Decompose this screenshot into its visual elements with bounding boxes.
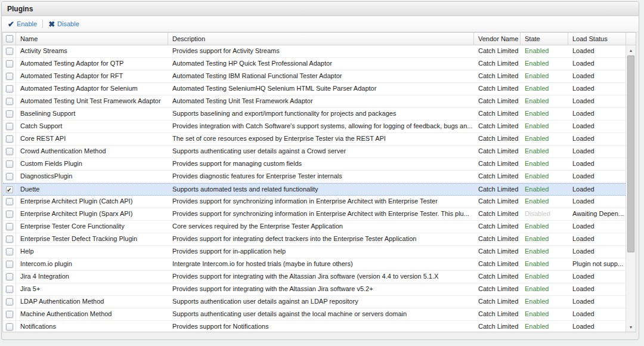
plugin-name: Notifications <box>16 321 168 332</box>
table-row[interactable]: Notifications Provides support for Notif… <box>3 321 626 332</box>
plugin-name: Enterprise Tester Defect Tracking Plugin <box>16 233 168 245</box>
plugin-state: Enabled <box>521 308 568 320</box>
table-row[interactable]: Intercom.io plugin Intergrate Intercom.i… <box>3 258 626 271</box>
row-checkbox[interactable] <box>3 83 16 95</box>
row-checkbox[interactable] <box>3 95 16 107</box>
scroll-down-button[interactable]: ▼ <box>626 322 636 332</box>
checkbox-icon <box>6 211 13 218</box>
plugin-name: Activity Streams <box>16 45 168 57</box>
row-checkbox[interactable] <box>3 321 16 332</box>
checkbox-icon <box>6 273 13 280</box>
table-row[interactable]: Enterprise Tester Core Functionality Cor… <box>3 221 626 233</box>
column-header-state[interactable]: State <box>521 33 568 45</box>
row-checkbox[interactable] <box>3 296 16 308</box>
table-row[interactable]: Activity Streams Provides support for Ac… <box>3 45 626 58</box>
plugin-vendor: Catch Limited <box>474 171 521 183</box>
scrollbar-thumb[interactable] <box>627 55 634 252</box>
plugin-name: Crowd Authentication Method <box>16 146 168 157</box>
row-checkbox[interactable] <box>3 271 16 283</box>
row-checkbox[interactable] <box>3 196 16 208</box>
row-checkbox[interactable] <box>3 58 16 70</box>
table-row[interactable]: Help Provides support for in-application… <box>3 246 626 258</box>
table-row[interactable]: Automated Testing Adaptor for QTP Automa… <box>3 58 626 70</box>
scroll-up-button[interactable]: ▲ <box>626 45 636 55</box>
plugin-name: Duette <box>16 184 168 195</box>
table-row[interactable]: Baselining Support Supports baselining a… <box>3 108 626 121</box>
row-checkbox[interactable] <box>3 283 16 295</box>
plugin-state: Enabled <box>521 45 568 57</box>
row-checkbox[interactable] <box>3 221 16 233</box>
scroll-down-icon: ▼ <box>629 325 633 329</box>
row-checkbox[interactable] <box>3 171 16 183</box>
vertical-scrollbar[interactable]: ▲ ▼ <box>626 45 636 332</box>
table-row[interactable]: Catch Support Provides integration with … <box>3 121 626 133</box>
row-checkbox[interactable] <box>3 121 16 132</box>
enable-button[interactable]: ✔ Enable <box>5 19 40 29</box>
plugin-vendor: Catch Limited <box>474 283 521 295</box>
select-all-checkbox[interactable] <box>3 33 16 45</box>
table-row[interactable]: Custom Fields Plugin Provides support fo… <box>3 158 626 171</box>
plugin-vendor: Catch Limited <box>474 271 521 283</box>
table-row[interactable]: LDAP Authentication Method Supports auth… <box>3 296 626 308</box>
plugin-state: Enabled <box>521 196 568 208</box>
plugin-state: Enabled <box>521 221 568 233</box>
plugin-state: Enabled <box>521 146 568 157</box>
disable-button-label: Disable <box>57 20 79 27</box>
column-header-load-status[interactable]: Load Status <box>568 33 626 45</box>
page-title: Plugins <box>7 5 33 13</box>
row-checkbox[interactable] <box>3 108 16 120</box>
plugin-load-status: Loaded <box>568 233 626 245</box>
table-row[interactable]: Core REST API The set of core resources … <box>3 133 626 146</box>
table-row[interactable]: ✔ Duette Supports automated tests and re… <box>3 183 626 196</box>
column-header-description[interactable]: Description <box>168 33 474 45</box>
row-checkbox[interactable] <box>3 233 16 245</box>
plugin-load-status: Loaded <box>568 146 626 157</box>
plugin-vendor: Catch Limited <box>474 233 521 245</box>
row-checkbox[interactable] <box>3 158 16 170</box>
row-checkbox[interactable] <box>3 146 16 157</box>
table-row[interactable]: Automated Testing Unit Test Framework Ad… <box>3 95 626 108</box>
plugin-state: Enabled <box>521 95 568 107</box>
row-checkbox[interactable] <box>3 70 16 82</box>
checkbox-icon <box>6 35 13 42</box>
table-row[interactable]: Automated Testing Adaptor for RFT Automa… <box>3 70 626 83</box>
plugin-description: The set of core resources exposed by Ent… <box>168 133 474 145</box>
plugin-vendor: Catch Limited <box>474 296 521 308</box>
disable-button[interactable]: ✖ Disable <box>45 19 82 29</box>
row-checkbox[interactable]: ✔ <box>3 184 16 195</box>
plugin-state: Enabled <box>521 121 568 132</box>
row-checkbox[interactable] <box>3 208 16 220</box>
plugin-load-status: Loaded <box>568 83 626 95</box>
plugin-vendor: Catch Limited <box>474 208 521 220</box>
plugin-state: Enabled <box>521 271 568 283</box>
table-row[interactable]: Enterprise Tester Defect Tracking Plugin… <box>3 233 626 246</box>
plugin-load-status: Loaded <box>568 283 626 295</box>
plugin-vendor: Catch Limited <box>474 70 521 82</box>
table-row[interactable]: Jira 4 Integration Provides support for … <box>3 271 626 283</box>
plugin-description: Provides support for integrating with th… <box>168 271 474 283</box>
table-row[interactable]: Crowd Authentication Method Supports aut… <box>3 146 626 158</box>
row-checkbox[interactable] <box>3 246 16 258</box>
table-row[interactable]: Enterprise Architect Plugin (Sparx API) … <box>3 208 626 221</box>
table-row[interactable]: DiagnosticsPlugin Provides diagnostic fe… <box>3 171 626 183</box>
plugin-name: Automated Testing Adaptor for RFT <box>16 70 168 82</box>
checkbox-icon <box>6 198 13 205</box>
plugin-vendor: Catch Limited <box>474 246 521 258</box>
plugin-vendor: Catch Limited <box>474 258 521 270</box>
column-header-name[interactable]: Name <box>16 33 168 45</box>
plugin-name: Jira 4 Integration <box>16 271 168 283</box>
row-checkbox[interactable] <box>3 308 16 320</box>
plugin-description: Provides support for integrating with th… <box>168 283 474 295</box>
toolbar: ✔ Enable ✖ Disable <box>2 16 639 32</box>
table-row[interactable]: Automated Testing Adaptor for Selenium A… <box>3 83 626 95</box>
table-row[interactable]: Jira 5+ Provides support for integrating… <box>3 283 626 296</box>
row-checkbox[interactable] <box>3 133 16 145</box>
column-header-vendor-name[interactable]: Vendor Name <box>474 33 521 45</box>
row-checkbox[interactable] <box>3 45 16 57</box>
table-row[interactable]: Enterprise Architect Plugin (Catch API) … <box>3 196 626 208</box>
row-checkbox[interactable] <box>3 258 16 270</box>
plugin-description: Automated Testing Unit Test Framework Ad… <box>168 95 474 107</box>
plugin-name: Intercom.io plugin <box>16 258 168 270</box>
plugin-vendor: Catch Limited <box>474 83 521 95</box>
table-row[interactable]: Machine Authentication Method Supports a… <box>3 308 626 321</box>
